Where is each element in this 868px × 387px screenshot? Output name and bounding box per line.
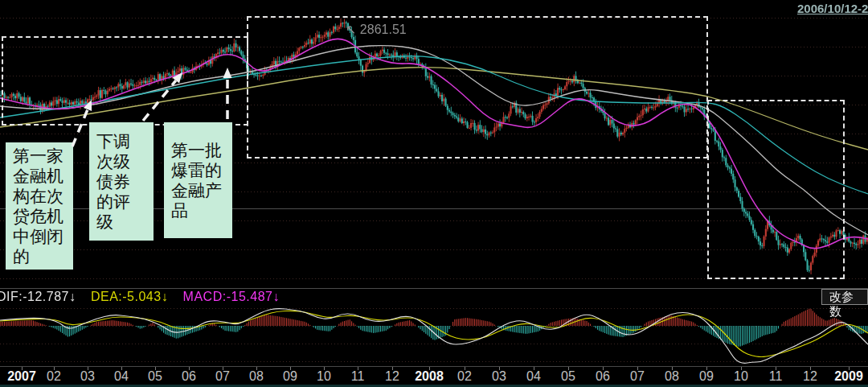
x-axis-label-12: 12 [375,369,410,384]
date-range-link[interactable]: 2006/10/12-2 [797,2,868,15]
panel-divider [0,288,868,289]
x-axis-label-2009: 2009 [831,369,866,384]
x-axis-label-12: 12 [792,369,828,384]
x-axis-label-11: 11 [340,369,375,384]
x-axis-label-08: 08 [654,369,690,384]
highlight-box-2007-top [247,16,708,159]
macd-indicator-bar: DIF:-12.787↓ DEA:-5.043↓ MACD:-15.487↓ [0,290,868,304]
x-axis-label-04: 04 [104,369,139,384]
x-axis-label-06: 06 [585,369,620,384]
x-axis-label-2007: 2007 [4,369,39,384]
x-axis-label-09: 09 [689,369,724,384]
annotation-first-blowup-products: 第一批爆雷的金融产品 [164,122,232,238]
highlight-box-2008-crash [707,100,845,279]
dif-value-label: DIF:-12.787↓ [0,290,76,303]
x-axis-label-03: 03 [481,369,517,384]
x-axis-label-07: 07 [620,369,655,384]
annotation-bond-downgrade: 下调次级债券的评级 [89,122,154,241]
annotation-text: 下调次级债券的评级 [89,128,154,235]
x-axis-label-04: 04 [516,369,551,384]
x-axis-label-02: 02 [447,369,482,384]
x-axis-label-09: 09 [272,369,308,384]
x-axis-label-10: 10 [306,369,342,384]
x-axis-label-07: 07 [205,369,240,384]
annotation-text: 第一家金融机构在次贷危机中倒闭的 [6,142,73,270]
annotation-text: 第一批爆雷的金融产品 [164,137,231,224]
annotation-first-bank-failure: 第一家金融机构在次贷危机中倒闭的 [6,142,73,270]
trading-app-screen: 2006/10/12-2 ↖ 2861.51 第一家金融机构在次贷危机中倒闭的 … [0,0,868,387]
x-axis-label-11: 11 [758,369,793,384]
change-parameters-button[interactable]: 改参数 [821,289,868,305]
highlight-box-2007-rally [2,36,248,126]
x-axis-label-10: 10 [723,369,759,384]
x-axis-label-05: 05 [137,369,173,384]
x-axis-label-02: 02 [36,369,72,384]
dea-value-label: DEA:-5.043↓ [91,290,168,303]
x-axis-label-03: 03 [70,369,105,384]
x-axis-label-06: 06 [171,369,207,384]
x-axis-label-2008: 2008 [411,369,447,384]
x-axis-label-05: 05 [551,369,586,384]
macd-value-label: MACD:-15.487↓ [183,290,280,303]
x-axis-label-08: 08 [239,369,274,384]
